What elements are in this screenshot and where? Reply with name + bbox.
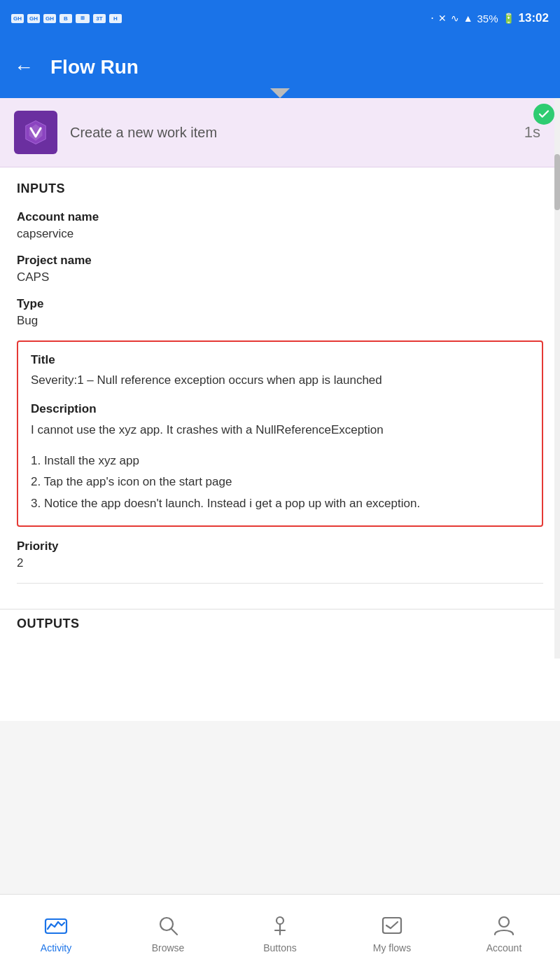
notif-icon-7: H [109, 14, 122, 23]
notif-icon-1: GH [11, 14, 24, 23]
expand-arrow-icon [270, 88, 290, 98]
project-name-label: Project name [17, 254, 543, 268]
signal-icon: ▲ [463, 13, 473, 24]
nav-item-account[interactable]: Account [462, 907, 546, 959]
nav-label-account: Account [486, 942, 522, 953]
nav-label-buttons: Buttons [263, 942, 296, 953]
work-item-duration: 1s [524, 123, 540, 142]
notif-icon-4: B [59, 14, 72, 23]
nav-label-browse: Browse [152, 942, 185, 953]
notif-icon-2: GH [27, 14, 40, 23]
priority-value: 2 [17, 556, 543, 570]
scrollbar-track[interactable] [554, 98, 560, 659]
account-name-value: capservice [17, 227, 543, 241]
nav-label-myflows: My flows [373, 942, 411, 953]
myflows-icon [379, 913, 405, 938]
notif-icon-5: ⊞ [76, 14, 90, 23]
mute-icon: ✕ [438, 13, 447, 24]
svg-point-5 [276, 917, 284, 924]
notif-icon-3: GH [43, 14, 56, 23]
page-title: Flow Run [50, 56, 139, 78]
project-name-value: CAPS [17, 270, 543, 284]
work-item-label: Create a new work item [70, 125, 217, 141]
work-item-card-left: Create a new work item [14, 111, 217, 154]
battery-icon: 🔋 [503, 13, 514, 24]
time-display: 13:02 [519, 11, 549, 25]
browse-icon [155, 913, 181, 938]
svg-point-9 [499, 917, 509, 927]
inputs-header: INPUTS [17, 181, 543, 196]
nav-item-myflows[interactable]: My flows [350, 907, 434, 959]
outputs-header: OUTPUTS [0, 609, 560, 637]
battery-text: 35% [477, 13, 498, 25]
fields-section: INPUTS Account name capservice Project n… [0, 167, 560, 609]
content-area: Create a new work item 1s INPUTS Account… [0, 98, 560, 721]
priority-label: Priority [17, 539, 543, 553]
status-bar-left: GH GH GH B ⊞ 3T H [11, 14, 122, 23]
steps-text: 1. Install the xyz app 2. Tap the app's … [31, 450, 529, 515]
type-field: Type Bug [17, 297, 543, 328]
title-value: Severity:1 – Null reference exception oc… [31, 371, 529, 390]
bluetooth-icon: ⋅ [430, 12, 434, 25]
back-button[interactable]: ← [14, 57, 34, 77]
vs-icon [14, 111, 57, 154]
status-bar-right: ⋅ ✕ ∿ ▲ 35% 🔋 13:02 [430, 11, 549, 25]
description-text: I cannot use the xyz app. It crashes wit… [31, 420, 529, 439]
type-label: Type [17, 297, 543, 311]
svg-line-4 [172, 929, 177, 935]
bottom-nav: Activity Browse Buttons [0, 894, 560, 971]
type-value: Bug [17, 314, 543, 328]
activity-icon [43, 913, 69, 938]
account-name-label: Account name [17, 210, 543, 224]
notif-icon-6: 3T [93, 14, 106, 23]
priority-field: Priority 2 [17, 539, 543, 570]
account-name-field: Account name capservice [17, 210, 543, 241]
description-label: Description [31, 402, 529, 416]
status-bar: GH GH GH B ⊞ 3T H ⋅ ✕ ∿ ▲ 35% 🔋 13:02 [0, 0, 560, 36]
title-description-card: Title Severity:1 – Null reference except… [17, 340, 543, 527]
title-label: Title [31, 353, 529, 367]
nav-label-activity: Activity [41, 942, 71, 953]
project-name-field: Project name CAPS [17, 254, 543, 284]
buttons-icon [267, 913, 293, 938]
nav-item-browse[interactable]: Browse [126, 907, 210, 959]
wifi-icon: ∿ [451, 13, 459, 24]
nav-item-buttons[interactable]: Buttons [238, 907, 322, 959]
account-icon [491, 913, 517, 938]
scrollbar-thumb[interactable] [554, 154, 560, 210]
work-item-card: Create a new work item 1s [0, 98, 560, 167]
nav-item-activity[interactable]: Activity [14, 907, 98, 959]
section-divider [17, 583, 543, 584]
success-badge [533, 104, 554, 125]
